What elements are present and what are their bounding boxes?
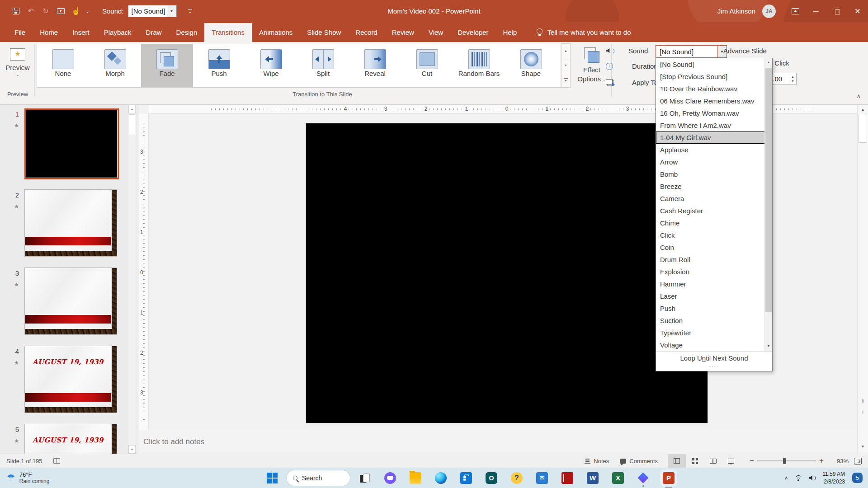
ribbon-tab[interactable]: Home bbox=[33, 23, 65, 42]
ribbon-tab[interactable]: Help bbox=[496, 23, 524, 42]
sound-menu-item[interactable]: Laser bbox=[656, 290, 772, 302]
scroll-down-icon[interactable]: ▼ bbox=[858, 442, 868, 451]
scroll-up-icon[interactable]: ▲ bbox=[858, 105, 868, 114]
search-box[interactable]: Search bbox=[287, 470, 350, 486]
scrollbar-thumb[interactable] bbox=[129, 114, 135, 135]
transition-option[interactable]: Random Bars bbox=[453, 44, 505, 87]
qat-sound-dropdown-arrow-icon[interactable]: ▼ bbox=[167, 5, 176, 17]
taskbar-app-icon[interactable] bbox=[460, 472, 472, 484]
taskbar-app-icon[interactable]: P bbox=[663, 472, 675, 484]
notes-toggle-button[interactable]: Notes bbox=[579, 454, 614, 468]
transition-option[interactable]: Fade bbox=[141, 44, 193, 87]
zoom-in-button[interactable]: + bbox=[816, 456, 827, 465]
preview-button[interactable]: Preview ⌄ bbox=[4, 44, 32, 89]
clock[interactable]: 11:59 AM 2/8/2023 bbox=[822, 470, 845, 486]
taskbar-app-icon[interactable]: X bbox=[612, 472, 624, 484]
gallery-more-button[interactable]: ▼ bbox=[561, 73, 571, 88]
taskbar-app-icon[interactable] bbox=[435, 472, 447, 484]
transition-option[interactable]: Wipe bbox=[245, 44, 297, 87]
taskbar-app-icon[interactable]: ? bbox=[511, 472, 523, 484]
touch-mouse-mode-button[interactable]: ☝ bbox=[71, 7, 80, 16]
normal-view-button[interactable] bbox=[668, 454, 686, 468]
sound-menu-item[interactable]: Voltage bbox=[656, 339, 772, 351]
transition-option[interactable]: Cut bbox=[401, 44, 453, 87]
slide-sorter-view-button[interactable] bbox=[686, 454, 704, 468]
ribbon-tab[interactable]: Transitions bbox=[204, 23, 252, 42]
qat-sound-combobox[interactable]: [No Sound] ▼ bbox=[128, 5, 177, 17]
ribbon-tab[interactable]: View bbox=[421, 23, 450, 42]
slide-thumbnail-row[interactable]: 5 ★ AUGUST 19, 1939 bbox=[0, 424, 128, 454]
sound-menu-item[interactable]: Coin bbox=[656, 241, 772, 253]
zoom-percentage[interactable]: 93% bbox=[827, 458, 849, 465]
collapse-ribbon-button[interactable]: ∧ bbox=[856, 93, 861, 99]
sound-menu-item[interactable]: Drum Roll bbox=[656, 253, 772, 266]
comments-toggle-button[interactable]: Comments bbox=[614, 454, 663, 468]
undo-button[interactable]: ↶ bbox=[27, 7, 35, 16]
transition-option[interactable]: Morph bbox=[89, 44, 141, 87]
slide-thumbnail-row[interactable]: 1 ★ bbox=[0, 108, 128, 179]
zoom-out-button[interactable]: − bbox=[746, 456, 757, 465]
zoom-slider[interactable] bbox=[757, 460, 816, 461]
close-button[interactable]: × bbox=[847, 0, 868, 22]
ribbon-tab[interactable]: Developer bbox=[450, 23, 495, 42]
gallery-scroll-up-button[interactable]: ▲ bbox=[561, 43, 571, 58]
customize-qat-button[interactable]: ⌄ bbox=[188, 9, 192, 13]
taskbar-app-icon[interactable] bbox=[561, 472, 573, 484]
ribbon-tab[interactable]: Animations bbox=[252, 23, 300, 42]
transition-option[interactable]: Reveal bbox=[349, 44, 401, 87]
sound-menu-item[interactable]: 10 Over the Rainbow.wav bbox=[656, 83, 772, 95]
taskbar-app-icon[interactable] bbox=[359, 472, 371, 484]
slide-thumbnail-row[interactable]: 2 ★ bbox=[0, 189, 128, 257]
transition-option[interactable]: Push bbox=[193, 44, 245, 87]
sound-menu-item[interactable]: Push bbox=[656, 302, 772, 314]
sound-combobox[interactable]: [No Sound] ▼ bbox=[656, 45, 727, 58]
weather-widget[interactable]: ☂ 76°F Rain coming bbox=[0, 471, 49, 484]
ribbon-tab[interactable]: Record bbox=[348, 23, 384, 42]
spell-check-icon[interactable] bbox=[53, 458, 60, 464]
scroll-up-icon[interactable]: ▲ bbox=[765, 58, 772, 66]
scroll-down-icon[interactable]: ▼ bbox=[765, 342, 772, 350]
sound-menu-item[interactable]: Chime bbox=[656, 217, 772, 229]
sound-menu-item[interactable]: Bomb bbox=[656, 168, 772, 180]
avatar[interactable]: JA bbox=[762, 5, 776, 18]
redo-button[interactable]: ↻ bbox=[42, 7, 50, 16]
volume-icon[interactable] bbox=[809, 475, 816, 481]
sound-menu-item[interactable]: Camera bbox=[656, 192, 772, 205]
dropdown-scrollbar[interactable]: ▲ ▼ bbox=[764, 58, 772, 351]
vertical-scrollbar[interactable]: ▲ ∧∧ ⌄⌄ ▼ bbox=[857, 105, 868, 454]
sound-menu-item[interactable]: Suction bbox=[656, 314, 772, 327]
start-button[interactable] bbox=[267, 473, 278, 483]
taskbar-app-icon[interactable]: O bbox=[486, 472, 497, 484]
scrollbar-thumb[interactable] bbox=[765, 68, 772, 312]
scrollbar-thumb[interactable] bbox=[859, 115, 867, 143]
scroll-down-icon[interactable]: ▼ bbox=[128, 445, 136, 454]
sound-menu-item[interactable]: Cash Register bbox=[656, 205, 772, 217]
minimize-button[interactable]: ─ bbox=[806, 0, 826, 22]
slide-thumbnail[interactable]: AUGUST 19, 1939 bbox=[24, 346, 117, 413]
sound-menu-item[interactable]: Breeze bbox=[656, 180, 772, 192]
sound-menu-item[interactable]: Explosion bbox=[656, 266, 772, 278]
sound-menu-item[interactable]: [Stop Previous Sound] bbox=[656, 70, 772, 83]
save-button[interactable] bbox=[12, 7, 20, 16]
zoom-slider-thumb[interactable] bbox=[783, 458, 786, 464]
slide-thumbnail-row[interactable]: 4 ★ AUGUST 19, 1939 bbox=[0, 346, 128, 413]
slide-thumbnail[interactable]: AUGUST 19, 1939 bbox=[24, 424, 117, 454]
sound-menu-item[interactable]: Applause bbox=[656, 144, 772, 156]
ribbon-tab[interactable]: Draw bbox=[139, 23, 169, 42]
slide-thumbnail[interactable] bbox=[24, 108, 119, 179]
taskbar-app-icon[interactable] bbox=[384, 472, 396, 484]
ribbon-tab[interactable]: Review bbox=[385, 23, 421, 42]
effect-options-button[interactable]: Effect Options ⌄ bbox=[576, 44, 608, 89]
ribbon-tab[interactable]: File bbox=[7, 23, 33, 42]
slide-thumbnail[interactable] bbox=[24, 189, 117, 257]
slide-thumbnail[interactable] bbox=[24, 267, 117, 335]
tell-me-search[interactable]: Tell me what you want to do bbox=[537, 28, 631, 42]
slideshow-view-button[interactable] bbox=[722, 454, 740, 468]
taskbar-app-icon[interactable] bbox=[410, 472, 421, 484]
sound-menu-item[interactable]: 16 Oh, Pretty Woman.wav bbox=[656, 107, 772, 119]
account-name[interactable]: Jim Atkinson bbox=[717, 7, 755, 15]
touch-mode-chevron-icon[interactable]: ⌄ bbox=[84, 7, 92, 16]
taskbar-app-icon[interactable]: ✉ bbox=[536, 472, 548, 484]
slide-thumbnail-row[interactable]: 3 ★ bbox=[0, 267, 128, 335]
next-slide-button[interactable]: ⌄⌄ bbox=[858, 407, 868, 417]
